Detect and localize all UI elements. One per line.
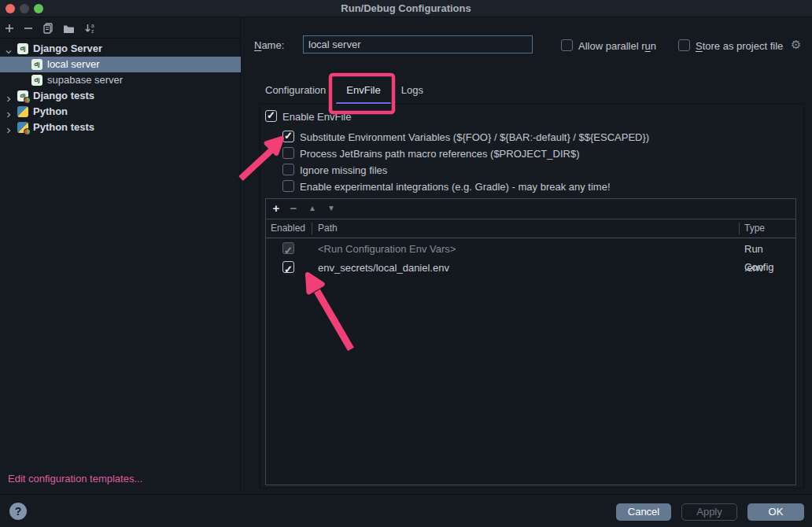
process-path-macro-checkbox[interactable] <box>282 147 294 159</box>
django-icon: dj <box>17 43 28 54</box>
tree-item-label: Django tests <box>33 88 94 104</box>
chevron-right-icon[interactable] <box>5 92 13 100</box>
help-button[interactable]: ? <box>9 503 27 520</box>
tree-item-label: supabase server <box>47 72 123 88</box>
column-header-type: Type <box>744 223 765 234</box>
svg-text:z: z <box>91 28 94 34</box>
edit-configuration-templates-link[interactable]: Edit configuration templates... <box>8 473 142 485</box>
add-configuration-icon[interactable] <box>3 22 16 35</box>
django-icon: dj <box>31 75 42 86</box>
table-header: Enabled Path Type <box>266 219 795 238</box>
experimental-integrations-checkbox[interactable] <box>282 180 294 192</box>
row-type: .env <box>744 259 764 277</box>
titlebar: Run/Debug Configurations <box>0 0 812 17</box>
chevron-down-icon[interactable] <box>5 45 13 53</box>
store-as-project-file-label: Store as project file <box>696 40 783 52</box>
tab-envfile[interactable]: EnvFile <box>336 79 390 105</box>
svg-text:a: a <box>91 23 94 28</box>
django-tests-icon: dj <box>17 90 28 101</box>
window-title: Run/Debug Configurations <box>0 2 812 14</box>
row-enabled-checkbox <box>282 242 294 254</box>
experimental-integrations-label: Enable experimental integrations (e.g. G… <box>300 181 611 193</box>
tree-item-label: Python tests <box>33 120 94 135</box>
column-divider[interactable] <box>739 223 740 234</box>
column-header-enabled: Enabled <box>271 223 305 234</box>
django-icon: dj <box>31 59 42 70</box>
tab-logs[interactable]: Logs <box>391 79 434 105</box>
table-row-env-secrets[interactable]: env_secrets/local_daniel.env .env <box>266 259 795 277</box>
row-path: env_secrets/local_daniel.env <box>318 259 449 277</box>
store-as-project-file-checkbox[interactable] <box>678 39 690 51</box>
table-row-run-config-env-vars[interactable]: <Run Configuration Env Vars> Run Config <box>266 240 795 258</box>
allow-parallel-run-checkbox[interactable] <box>561 39 573 51</box>
ignore-missing-files-checkbox[interactable] <box>282 164 294 175</box>
tree-group-django-tests[interactable]: dj Django tests <box>0 88 241 104</box>
chevron-right-icon[interactable] <box>5 108 13 116</box>
enable-envfile-label: Enable EnvFile <box>282 111 351 123</box>
chevron-right-icon[interactable] <box>5 123 13 131</box>
new-folder-icon[interactable] <box>62 22 75 35</box>
substitute-env-vars-label: Substitute Environment Variables (${FOO}… <box>300 131 649 143</box>
row-enabled-checkbox[interactable] <box>282 261 294 273</box>
config-tabs: Configuration EnvFile Logs <box>255 79 434 105</box>
move-up-icon[interactable]: ▲ <box>306 202 319 215</box>
enable-envfile-checkbox[interactable] <box>265 110 277 122</box>
name-input[interactable] <box>303 35 533 53</box>
test-pie-icon <box>24 128 31 135</box>
tab-configuration[interactable]: Configuration <box>255 79 336 105</box>
substitute-env-vars-checkbox[interactable] <box>282 131 294 142</box>
remove-configuration-icon[interactable] <box>22 22 35 35</box>
ok-button[interactable]: OK <box>747 503 804 521</box>
row-path: <Run Configuration Env Vars> <box>318 240 456 258</box>
ignore-missing-files-label: Ignore missing files <box>300 164 387 176</box>
tree-group-python[interactable]: Python <box>0 104 241 120</box>
move-down-icon[interactable]: ▼ <box>325 202 338 215</box>
add-env-file-icon[interactable]: + <box>270 202 282 215</box>
store-options-gear-icon[interactable]: ⚙ <box>791 38 801 52</box>
tree-item-supabase-server[interactable]: dj supabase server <box>0 72 241 88</box>
sort-configurations-icon[interactable]: az <box>83 22 96 35</box>
tree-item-label: Python <box>33 104 68 120</box>
copy-configuration-icon[interactable] <box>42 22 54 35</box>
tree-item-label: local server <box>47 57 99 72</box>
run-debug-configurations-dialog: Run/Debug Configurations az dj Django Se… <box>0 0 812 527</box>
column-header-path: Path <box>318 223 338 234</box>
process-path-macro-label: Process JetBrains path macro references … <box>300 148 579 160</box>
apply-button[interactable]: Apply <box>681 503 737 521</box>
remove-env-file-icon[interactable]: − <box>287 202 300 215</box>
table-toolbar: + − ▲ ▼ <box>266 199 795 219</box>
tree-item-local-server[interactable]: dj local server <box>0 57 241 72</box>
tree-group-python-tests[interactable]: Python tests <box>0 120 241 135</box>
column-divider[interactable] <box>312 223 312 234</box>
configurations-sidebar: az dj Django Server dj local server dj s… <box>0 18 241 493</box>
python-icon <box>17 106 28 117</box>
sidebar-toolbar: az <box>0 18 240 39</box>
name-label: Name: <box>254 39 284 51</box>
dialog-footer: ? Cancel Apply OK <box>0 494 812 527</box>
cancel-button[interactable]: Cancel <box>616 503 671 521</box>
python-tests-icon <box>17 122 28 133</box>
env-files-table: + − ▲ ▼ Enabled Path Type <Run Configura… <box>265 198 796 485</box>
tree-item-label: Django Server <box>33 41 102 57</box>
tree-group-django-server[interactable]: dj Django Server <box>0 41 241 57</box>
test-pie-icon <box>24 97 31 104</box>
allow-parallel-run-label: Allow parallel run <box>578 40 656 52</box>
